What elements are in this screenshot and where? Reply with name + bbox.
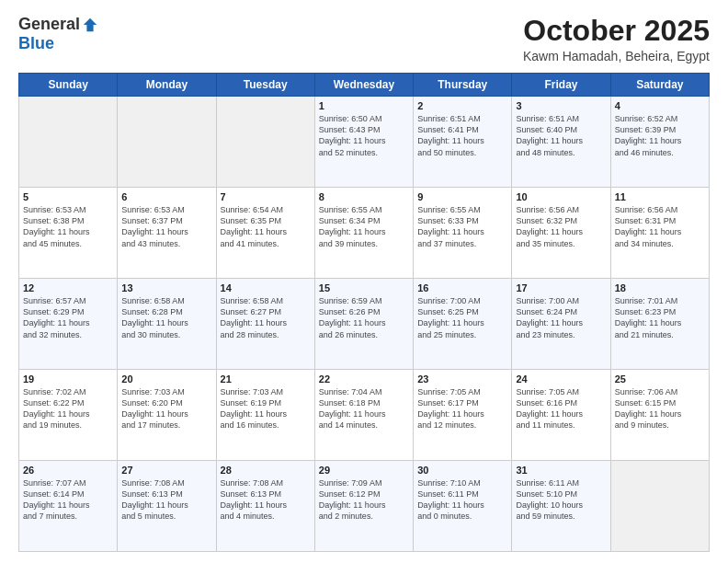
day-info: Sunrise: 6:51 AM Sunset: 6:40 PM Dayligh… <box>516 113 606 158</box>
day-info: Sunrise: 6:56 AM Sunset: 6:32 PM Dayligh… <box>516 204 606 249</box>
calendar-cell: 18Sunrise: 7:01 AM Sunset: 6:23 PM Dayli… <box>610 279 709 370</box>
day-number: 25 <box>615 373 705 385</box>
calendar-cell: 7Sunrise: 6:54 AM Sunset: 6:35 PM Daylig… <box>216 188 314 279</box>
calendar-cell: 6Sunrise: 6:53 AM Sunset: 6:37 PM Daylig… <box>118 188 216 279</box>
day-info: Sunrise: 7:10 AM Sunset: 6:11 PM Dayligh… <box>417 477 507 523</box>
logo: General Blue <box>18 15 98 53</box>
calendar-week-4: 19Sunrise: 7:02 AM Sunset: 6:22 PM Dayli… <box>19 370 710 461</box>
calendar-cell <box>118 97 216 188</box>
logo-blue-text: Blue <box>18 34 54 53</box>
calendar-week-1: 1Sunrise: 6:50 AM Sunset: 6:43 PM Daylig… <box>19 97 710 188</box>
day-number: 29 <box>319 465 409 476</box>
calendar-cell: 4Sunrise: 6:52 AM Sunset: 6:39 PM Daylig… <box>610 97 709 188</box>
calendar-cell: 28Sunrise: 7:08 AM Sunset: 6:13 PM Dayli… <box>216 461 314 552</box>
calendar-cell <box>610 461 709 552</box>
day-number: 1 <box>319 100 409 111</box>
day-number: 4 <box>615 100 705 111</box>
day-number: 9 <box>417 191 507 202</box>
day-info: Sunrise: 6:55 AM Sunset: 6:33 PM Dayligh… <box>417 204 507 249</box>
calendar-cell <box>216 97 314 188</box>
calendar-header-row: SundayMondayTuesdayWednesdayThursdayFrid… <box>19 74 710 97</box>
day-number: 19 <box>23 373 113 385</box>
month-title: October 2025 <box>523 15 710 47</box>
day-info: Sunrise: 7:05 AM Sunset: 6:17 PM Dayligh… <box>417 386 507 431</box>
header: General Blue October 2025 Kawm Hamadah, … <box>18 15 710 63</box>
calendar-cell <box>19 97 118 188</box>
day-number: 20 <box>121 373 211 385</box>
day-number: 13 <box>121 282 211 293</box>
day-info: Sunrise: 6:11 AM Sunset: 5:10 PM Dayligh… <box>516 477 606 523</box>
calendar-cell: 20Sunrise: 7:03 AM Sunset: 6:20 PM Dayli… <box>118 370 216 461</box>
day-header-friday: Friday <box>512 74 610 97</box>
day-info: Sunrise: 7:06 AM Sunset: 6:15 PM Dayligh… <box>615 386 705 431</box>
day-number: 8 <box>319 191 409 202</box>
day-number: 21 <box>221 373 311 385</box>
day-number: 23 <box>417 373 507 385</box>
day-info: Sunrise: 7:08 AM Sunset: 6:13 PM Dayligh… <box>221 477 311 523</box>
calendar-cell: 19Sunrise: 7:02 AM Sunset: 6:22 PM Dayli… <box>19 370 118 461</box>
calendar-week-5: 26Sunrise: 7:07 AM Sunset: 6:14 PM Dayli… <box>19 461 710 552</box>
day-number: 2 <box>417 100 507 111</box>
day-info: Sunrise: 6:52 AM Sunset: 6:39 PM Dayligh… <box>615 113 705 158</box>
calendar-cell: 24Sunrise: 7:05 AM Sunset: 6:16 PM Dayli… <box>512 370 610 461</box>
day-number: 26 <box>23 465 113 476</box>
calendar-cell: 9Sunrise: 6:55 AM Sunset: 6:33 PM Daylig… <box>414 188 512 279</box>
calendar-cell: 2Sunrise: 6:51 AM Sunset: 6:41 PM Daylig… <box>414 97 512 188</box>
day-number: 16 <box>417 282 507 293</box>
day-header-wednesday: Wednesday <box>314 74 413 97</box>
day-info: Sunrise: 6:57 AM Sunset: 6:29 PM Dayligh… <box>23 295 113 340</box>
day-info: Sunrise: 7:03 AM Sunset: 6:20 PM Dayligh… <box>121 386 211 431</box>
day-info: Sunrise: 7:00 AM Sunset: 6:25 PM Dayligh… <box>417 295 507 340</box>
calendar-week-3: 12Sunrise: 6:57 AM Sunset: 6:29 PM Dayli… <box>19 279 710 370</box>
day-number: 15 <box>319 282 409 293</box>
day-info: Sunrise: 6:56 AM Sunset: 6:31 PM Dayligh… <box>615 204 705 249</box>
page: General Blue October 2025 Kawm Hamadah, … <box>0 0 728 563</box>
day-info: Sunrise: 6:53 AM Sunset: 6:37 PM Dayligh… <box>121 204 211 249</box>
day-info: Sunrise: 7:03 AM Sunset: 6:19 PM Dayligh… <box>221 386 311 431</box>
calendar-cell: 31Sunrise: 6:11 AM Sunset: 5:10 PM Dayli… <box>512 461 610 552</box>
day-info: Sunrise: 7:07 AM Sunset: 6:14 PM Dayligh… <box>23 477 113 523</box>
day-info: Sunrise: 6:55 AM Sunset: 6:34 PM Dayligh… <box>319 204 409 249</box>
day-number: 22 <box>319 373 409 385</box>
calendar-cell: 25Sunrise: 7:06 AM Sunset: 6:15 PM Dayli… <box>610 370 709 461</box>
day-number: 24 <box>516 373 606 385</box>
calendar-cell: 17Sunrise: 7:00 AM Sunset: 6:24 PM Dayli… <box>512 279 610 370</box>
calendar-cell: 13Sunrise: 6:58 AM Sunset: 6:28 PM Dayli… <box>118 279 216 370</box>
calendar-cell: 26Sunrise: 7:07 AM Sunset: 6:14 PM Dayli… <box>19 461 118 552</box>
day-number: 11 <box>615 191 705 202</box>
day-number: 5 <box>23 191 113 202</box>
calendar-week-2: 5Sunrise: 6:53 AM Sunset: 6:38 PM Daylig… <box>19 188 710 279</box>
calendar-cell: 10Sunrise: 6:56 AM Sunset: 6:32 PM Dayli… <box>512 188 610 279</box>
day-info: Sunrise: 7:01 AM Sunset: 6:23 PM Dayligh… <box>615 295 705 340</box>
calendar-cell: 5Sunrise: 6:53 AM Sunset: 6:38 PM Daylig… <box>19 188 118 279</box>
calendar-cell: 15Sunrise: 6:59 AM Sunset: 6:26 PM Dayli… <box>314 279 413 370</box>
day-info: Sunrise: 6:51 AM Sunset: 6:41 PM Dayligh… <box>417 113 507 158</box>
calendar-cell: 1Sunrise: 6:50 AM Sunset: 6:43 PM Daylig… <box>314 97 413 188</box>
day-header-saturday: Saturday <box>610 74 709 97</box>
day-number: 30 <box>417 465 507 476</box>
calendar-cell: 12Sunrise: 6:57 AM Sunset: 6:29 PM Dayli… <box>19 279 118 370</box>
day-number: 10 <box>516 191 606 202</box>
day-info: Sunrise: 7:00 AM Sunset: 6:24 PM Dayligh… <box>516 295 606 340</box>
day-header-monday: Monday <box>118 74 216 97</box>
day-number: 27 <box>121 465 211 476</box>
day-info: Sunrise: 6:54 AM Sunset: 6:35 PM Dayligh… <box>221 204 311 249</box>
calendar-cell: 14Sunrise: 6:58 AM Sunset: 6:27 PM Dayli… <box>216 279 314 370</box>
logo-general-text: General <box>18 15 80 34</box>
calendar-cell: 22Sunrise: 7:04 AM Sunset: 6:18 PM Dayli… <box>314 370 413 461</box>
calendar-cell: 23Sunrise: 7:05 AM Sunset: 6:17 PM Dayli… <box>414 370 512 461</box>
day-info: Sunrise: 7:09 AM Sunset: 6:12 PM Dayligh… <box>319 477 409 523</box>
calendar-cell: 8Sunrise: 6:55 AM Sunset: 6:34 PM Daylig… <box>314 188 413 279</box>
svg-marker-0 <box>84 17 97 30</box>
day-info: Sunrise: 7:02 AM Sunset: 6:22 PM Dayligh… <box>23 386 113 431</box>
day-info: Sunrise: 6:59 AM Sunset: 6:26 PM Dayligh… <box>319 295 409 340</box>
logo-icon <box>82 17 98 33</box>
day-number: 7 <box>221 191 311 202</box>
calendar-cell: 3Sunrise: 6:51 AM Sunset: 6:40 PM Daylig… <box>512 97 610 188</box>
day-info: Sunrise: 6:50 AM Sunset: 6:43 PM Dayligh… <box>319 113 409 158</box>
day-number: 3 <box>516 100 606 111</box>
day-header-sunday: Sunday <box>19 74 118 97</box>
calendar-cell: 30Sunrise: 7:10 AM Sunset: 6:11 PM Dayli… <box>414 461 512 552</box>
day-number: 28 <box>221 465 311 476</box>
calendar-cell: 11Sunrise: 6:56 AM Sunset: 6:31 PM Dayli… <box>610 188 709 279</box>
